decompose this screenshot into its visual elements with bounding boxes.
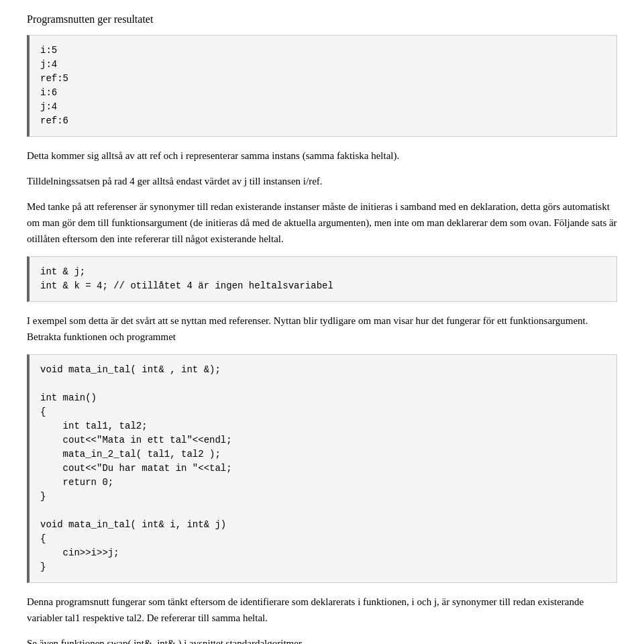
paragraph-2: Tilldelningssatsen på rad 4 ger alltså e… [27,173,617,189]
code-block-2: int & j; int & k = 4; // otillåtet 4 är … [27,256,617,302]
code-block-1: i:5 j:4 ref:5 i:6 j:4 ref:6 [27,35,617,137]
page-title: Programsnutten ger resultatet [27,13,617,25]
paragraph-1: Detta kommer sig alltså av att ref och i… [27,148,617,164]
paragraph-6: Se även funktionen swap( int&, int& ) i … [27,635,617,644]
paragraph-3: Med tanke på att referenser är synonymer… [27,199,617,247]
paragraph-5: Denna programsnutt fungerar som tänkt ef… [27,594,617,626]
paragraph-4: I exempel som detta är det svårt att se … [27,313,617,345]
code-block-3: void mata_in_tal( int& , int &); int mai… [27,354,617,583]
